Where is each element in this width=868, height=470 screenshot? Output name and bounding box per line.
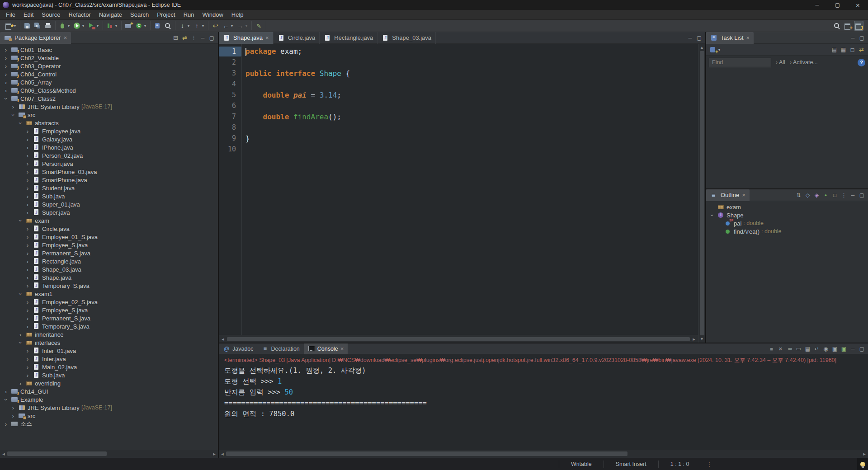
- tree-item[interactable]: IPhone.java: [0, 143, 218, 151]
- tree-item[interactable]: Main_02.java: [0, 363, 218, 371]
- expander-icon[interactable]: [24, 177, 31, 183]
- hide-non-public-icon[interactable]: [821, 191, 830, 199]
- tree-item[interactable]: exam1: [0, 290, 218, 298]
- dropdown-arrow-icon[interactable]: [143, 24, 147, 28]
- scroll-left-icon[interactable]: [220, 336, 226, 342]
- minimize-icon[interactable]: [849, 344, 857, 353]
- minimize-icon[interactable]: [807, 0, 827, 10]
- status-menu-icon[interactable]: [701, 461, 717, 468]
- expander-icon[interactable]: [3, 47, 9, 53]
- minimize-icon[interactable]: [198, 33, 207, 42]
- tree-item[interactable]: Example: [0, 395, 218, 404]
- tree-item[interactable]: Circle.java: [0, 225, 218, 233]
- expander-icon[interactable]: [3, 396, 9, 403]
- dropdown-arrow-icon[interactable]: [187, 24, 190, 28]
- close-icon[interactable]: [742, 192, 745, 198]
- new-class-button[interactable]: [134, 21, 148, 31]
- tree-item[interactable]: Temporary_S.java: [0, 282, 218, 290]
- outline-item[interactable]: findArea() : double: [706, 227, 868, 235]
- scrollbar-thumb[interactable]: [7, 451, 107, 456]
- task-activate-link[interactable]: Activate...: [790, 59, 818, 66]
- declaration-tab[interactable]: Declaration: [258, 343, 304, 354]
- tree-item[interactable]: Inter.java: [0, 355, 218, 363]
- scroll-right-icon[interactable]: [212, 451, 217, 456]
- expander-icon[interactable]: [24, 299, 31, 305]
- tree-item[interactable]: Inter_01.java: [0, 347, 218, 355]
- new-task-button[interactable]: [708, 45, 722, 55]
- expander-icon[interactable]: [24, 160, 31, 167]
- maximize-icon[interactable]: [827, 0, 848, 10]
- minimize-icon[interactable]: [849, 191, 857, 199]
- maximize-icon[interactable]: [208, 33, 216, 42]
- tree-item[interactable]: Shape_03.java: [0, 265, 218, 273]
- tree-item[interactable]: Ch07_Class2: [0, 94, 218, 103]
- display-selected-console-icon[interactable]: [830, 344, 839, 353]
- expander-icon[interactable]: [17, 339, 24, 346]
- close-icon[interactable]: [265, 34, 269, 41]
- tree-item[interactable]: src: [0, 412, 218, 420]
- editor-tab-circle-java[interactable]: Circle.java: [274, 32, 320, 44]
- expander-icon[interactable]: [24, 169, 31, 175]
- expander-icon[interactable]: [24, 128, 31, 134]
- dropdown-arrow-icon[interactable]: [13, 24, 17, 28]
- editor-tab-shape03-java[interactable]: Shape_03.java: [377, 32, 436, 44]
- scroll-up-icon[interactable]: [699, 45, 705, 50]
- tree-item[interactable]: JRE System Library[JavaSE-17]: [0, 404, 218, 412]
- tree-item[interactable]: overriding: [0, 379, 218, 387]
- tree-item[interactable]: Temporary_S.java: [0, 322, 218, 330]
- editor-tab-shape-java[interactable]: Shape.java: [219, 32, 274, 44]
- dropdown-arrow-icon[interactable]: [96, 24, 99, 28]
- outline-item[interactable]: Shape: [706, 211, 868, 219]
- expander-icon[interactable]: [10, 103, 16, 110]
- tree-item[interactable]: JRE System Library[JavaSE-17]: [0, 103, 218, 111]
- view-menu-icon[interactable]: [840, 191, 848, 199]
- minimize-icon[interactable]: [849, 33, 857, 42]
- tree-item[interactable]: Employee.java: [0, 127, 218, 135]
- maximize-icon[interactable]: [695, 33, 703, 42]
- scroll-left-icon[interactable]: [1, 451, 6, 456]
- tree-item[interactable]: SmartPhone.java: [0, 176, 218, 184]
- expander-icon[interactable]: [3, 71, 9, 77]
- dropdown-arrow-icon[interactable]: [114, 24, 118, 28]
- editor-vertical-scrollbar[interactable]: [698, 44, 705, 343]
- expander-icon[interactable]: [24, 274, 31, 281]
- link-with-editor-icon[interactable]: [857, 45, 866, 54]
- scheduled-icon[interactable]: [839, 45, 848, 54]
- task-list-tab[interactable]: Task List: [706, 32, 754, 44]
- search-button[interactable]: [163, 21, 173, 31]
- java-perspective-button[interactable]: [854, 21, 863, 31]
- task-scope-all-link[interactable]: All: [776, 59, 785, 66]
- tree-item[interactable]: Sub.java: [0, 371, 218, 379]
- menu-item[interactable]: Refactor: [65, 10, 95, 20]
- editor-horizontal-scrollbar[interactable]: [219, 335, 698, 343]
- dropdown-arrow-icon[interactable]: [81, 24, 85, 28]
- last-edit-location-button[interactable]: [211, 21, 220, 31]
- menu-item[interactable]: Window: [198, 10, 227, 20]
- close-icon[interactable]: [340, 345, 344, 352]
- minimize-icon[interactable]: [686, 33, 694, 42]
- tree-item[interactable]: Sub.java: [0, 192, 218, 200]
- word-wrap-icon[interactable]: [812, 344, 821, 353]
- filter-completed-icon[interactable]: [848, 45, 857, 54]
- expander-icon[interactable]: [24, 193, 31, 199]
- tree-item[interactable]: Ch05_Array: [0, 78, 218, 86]
- menu-item[interactable]: Run: [179, 10, 198, 20]
- menu-item[interactable]: Help: [227, 10, 248, 20]
- expander-icon[interactable]: [3, 63, 9, 69]
- tree-item[interactable]: Employee_01_S.java: [0, 233, 218, 241]
- tree-item[interactable]: Shape.java: [0, 273, 218, 282]
- expander-icon[interactable]: [24, 307, 31, 313]
- close-icon[interactable]: [848, 0, 868, 10]
- editor-tab-rectangle-java[interactable]: Rectangle.java: [320, 32, 377, 44]
- remove-launch-icon[interactable]: [776, 344, 785, 353]
- tree-item[interactable]: Permanent_S.java: [0, 314, 218, 322]
- tree-item[interactable]: Ch02_Variable: [0, 54, 218, 62]
- help-icon[interactable]: [858, 59, 865, 66]
- link-with-editor-icon[interactable]: [180, 33, 189, 42]
- terminate-icon[interactable]: [767, 344, 776, 353]
- expander-icon[interactable]: [709, 212, 715, 218]
- quick-search-button[interactable]: [832, 21, 842, 31]
- scroll-right-icon[interactable]: [691, 336, 697, 342]
- expander-icon[interactable]: [24, 282, 31, 289]
- tree-item[interactable]: interfaces: [0, 338, 218, 347]
